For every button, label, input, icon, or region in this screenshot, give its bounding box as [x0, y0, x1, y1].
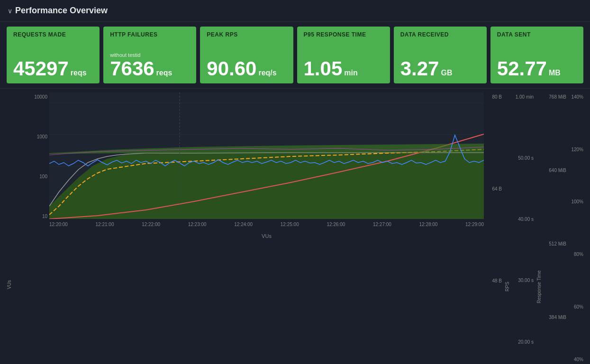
rt-tick-50s: 50.00 s — [513, 155, 534, 161]
pct-tick-60: 60% — [570, 304, 583, 309]
rps-tick-64b: 64 B — [486, 186, 502, 191]
y-tick-100: 100 — [27, 174, 47, 179]
mib-tick-768: 768 MiB — [545, 94, 566, 100]
metric-label-data-received: Data Received — [400, 31, 480, 38]
x-tick-4: 12:24:00 — [234, 222, 253, 232]
mib-axis: 768 MiB 640 MiB 512 MiB 384 MiB 256 MiB … — [543, 92, 568, 364]
metric-value-area-data-sent: 52.77MB — [497, 59, 577, 79]
x-tick-1: 12:21:00 — [96, 222, 114, 232]
metric-big-data-received: 3.27 — [400, 59, 439, 79]
metric-label-data-sent: Data Sent — [497, 31, 577, 38]
metric-card-data-sent: Data Sent52.77MB — [490, 27, 583, 83]
metric-card-p95-response-time: P95 Response Time1.05min — [297, 27, 390, 83]
x-tick-2: 12:22:00 — [142, 222, 160, 232]
x-axis-label: VUs — [49, 233, 484, 239]
rps-axis: 80 B 64 B 48 B 32 B 16 B — [484, 92, 504, 364]
metric-card-peak-rps: Peak RPS90.60req/s — [200, 27, 293, 83]
x-tick-6: 12:26:00 — [327, 222, 345, 232]
response-time-axis-label: Response Time — [536, 92, 543, 364]
y-tick-1000: 1000 — [27, 134, 47, 139]
metric-label-peak-rps: Peak RPS — [207, 31, 286, 38]
pct-tick-80: 80% — [570, 252, 583, 257]
rps-tick-80b: 80 B — [486, 94, 502, 100]
metric-big-peak-rps: 90.60 — [207, 59, 256, 79]
y-tick-10000: 10000 — [27, 94, 47, 100]
metric-card-data-received: Data Received3.27GB — [394, 27, 487, 83]
pct-tick-120: 120% — [570, 147, 583, 152]
metric-value-area-p95-response-time: 1.05min — [304, 59, 383, 79]
metric-unit-data-sent: MB — [549, 69, 561, 77]
x-tick-0: 12:20:00 — [49, 222, 68, 232]
chevron-icon: ∨ — [8, 7, 12, 15]
metric-label-requests-made: Requests Made — [13, 31, 93, 38]
metric-card-http-failures: HTTP Failureswithout testid7636reqs — [103, 27, 196, 83]
x-tick-3: 12:23:00 — [188, 222, 207, 232]
metric-unit-data-received: GB — [441, 69, 452, 77]
x-tick-9: 12:29:00 — [465, 222, 484, 232]
y-left-label-vus: VUs — [7, 103, 26, 364]
pct-tick-100: 100% — [570, 199, 583, 204]
rt-tick-30s: 30.00 s — [513, 278, 534, 283]
pct-axis: 140% 120% 100% 80% 60% 40% 20% 0% — [568, 92, 585, 364]
metric-unit-peak-rps: req/s — [258, 69, 276, 77]
mib-tick-384: 384 MiB — [545, 315, 566, 320]
rps-tick-48b: 48 B — [486, 278, 502, 283]
page-title: Performance Overview — [15, 6, 108, 16]
chart-container: VUs 10000 1000 100 10 — [0, 89, 590, 364]
metric-big-p95-response-time: 1.05 — [304, 59, 343, 79]
pct-tick-40: 40% — [570, 357, 583, 362]
metrics-row: Requests Made45297reqsHTTP Failureswitho… — [0, 22, 590, 89]
metric-unit-http-failures: reqs — [156, 69, 172, 77]
rt-tick-1min: 1.00 min — [513, 94, 534, 100]
metric-value-area-http-failures: without testid7636reqs — [110, 52, 190, 79]
chart-svg — [49, 92, 484, 219]
x-tick-7: 12:27:00 — [373, 222, 391, 232]
mib-tick-640: 640 MiB — [545, 168, 566, 173]
metric-unit-p95-response-time: min — [344, 69, 357, 77]
mib-tick-512: 512 MiB — [545, 241, 566, 246]
rps-axis-label: RPS — [504, 92, 511, 364]
metric-label-http-failures: HTTP Failures — [110, 31, 190, 38]
metric-value-area-peak-rps: 90.60req/s — [207, 59, 286, 79]
y-tick-10: 10 — [27, 214, 47, 219]
metric-value-area-data-received: 3.27GB — [400, 59, 480, 79]
metric-value-area-requests-made: 45297reqs — [13, 59, 93, 79]
chart-area: 10000 1000 100 10 — [27, 92, 484, 232]
pct-tick-140: 140% — [570, 94, 583, 100]
metric-label-p95-response-time: P95 Response Time — [304, 31, 383, 38]
metric-big-data-sent: 52.77 — [497, 59, 547, 79]
response-time-axis: 1.00 min 50.00 s 40.00 s 30.00 s 20.00 s… — [511, 92, 536, 364]
header: ∨ Performance Overview — [0, 0, 590, 22]
x-tick-5: 12:25:00 — [281, 222, 299, 232]
rt-tick-40s: 40.00 s — [513, 217, 534, 222]
metric-big-requests-made: 45297 — [13, 59, 69, 79]
metric-card-requests-made: Requests Made45297reqs — [7, 27, 100, 83]
metric-unit-requests-made: reqs — [71, 69, 87, 77]
rt-tick-20s: 20.00 s — [513, 339, 534, 345]
x-tick-8: 12:28:00 — [419, 222, 438, 232]
metric-big-http-failures: 7636 — [110, 59, 154, 79]
